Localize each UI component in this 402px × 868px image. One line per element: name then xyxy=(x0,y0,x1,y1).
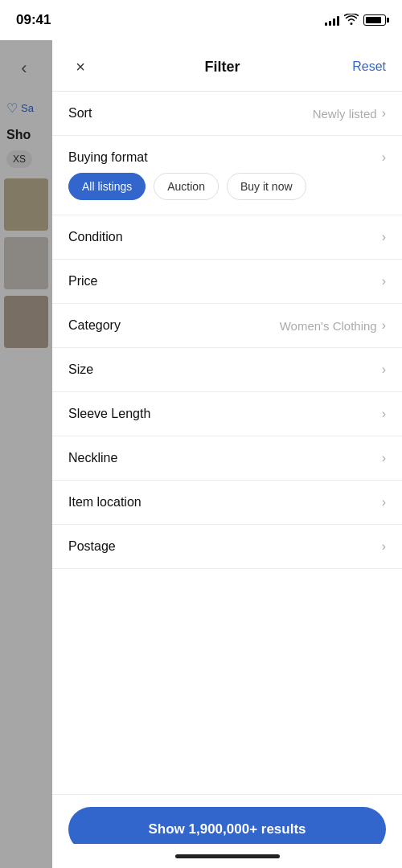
chip-row: All listings Auction Buy it now xyxy=(52,173,402,215)
size-row[interactable]: Size › xyxy=(52,348,402,392)
category-chevron-icon: › xyxy=(382,318,386,333)
category-value: Women's Clothing xyxy=(280,319,377,333)
home-bar xyxy=(175,854,280,858)
chip-auction[interactable]: Auction xyxy=(154,173,219,200)
signal-icon xyxy=(325,14,339,26)
buying-format-label: Buying format xyxy=(68,150,148,165)
item-location-chevron-icon: › xyxy=(382,495,386,510)
postage-chevron-icon: › xyxy=(382,539,386,554)
sleeve-length-label: Sleeve Length xyxy=(68,407,150,421)
status-icons xyxy=(325,14,386,27)
buying-format-section: Buying format › All listings Auction Buy… xyxy=(52,136,402,215)
filter-header: × Filter Reset xyxy=(52,40,402,92)
condition-chevron-icon: › xyxy=(382,230,386,244)
condition-label: Condition xyxy=(68,230,123,244)
filter-panel: × Filter Reset Sort Newly listed › Buyin… xyxy=(52,40,402,868)
chip-all-listings[interactable]: All listings xyxy=(68,173,146,200)
category-label: Category xyxy=(68,318,121,333)
sort-value-area: Newly listed › xyxy=(313,106,386,121)
item-location-row[interactable]: Item location › xyxy=(52,481,402,525)
category-row[interactable]: Category Women's Clothing › xyxy=(52,304,402,348)
price-label: Price xyxy=(68,274,97,289)
home-indicator xyxy=(52,844,402,868)
neckline-row[interactable]: Neckline › xyxy=(52,436,402,481)
neckline-chevron-icon: › xyxy=(382,451,386,465)
chip-buy-it-now[interactable]: Buy it now xyxy=(227,173,306,200)
sort-chevron-icon: › xyxy=(382,106,386,121)
sort-value: Newly listed xyxy=(313,107,377,121)
sort-label: Sort xyxy=(68,106,92,121)
wifi-icon xyxy=(344,14,359,27)
price-row[interactable]: Price › xyxy=(52,260,402,304)
filter-title: Filter xyxy=(205,59,240,76)
condition-row[interactable]: Condition › xyxy=(52,215,402,260)
status-time: 09:41 xyxy=(16,12,51,28)
postage-row[interactable]: Postage › xyxy=(52,525,402,569)
dim-overlay xyxy=(0,40,52,868)
buying-format-chevron-icon: › xyxy=(382,150,386,165)
close-button[interactable]: × xyxy=(68,55,92,79)
sort-row[interactable]: Sort Newly listed › xyxy=(52,92,402,136)
neckline-label: Neckline xyxy=(68,451,117,465)
sleeve-length-chevron-icon: › xyxy=(382,407,386,421)
price-chevron-icon: › xyxy=(382,274,386,289)
sleeve-length-row[interactable]: Sleeve Length › xyxy=(52,392,402,436)
reset-button[interactable]: Reset xyxy=(352,59,386,74)
buying-format-row[interactable]: Buying format › xyxy=(52,136,402,173)
item-location-label: Item location xyxy=(68,495,142,510)
size-label: Size xyxy=(68,362,93,377)
size-chevron-icon: › xyxy=(382,362,386,377)
postage-label: Postage xyxy=(68,539,116,554)
battery-icon xyxy=(363,14,386,26)
status-bar: 09:41 xyxy=(0,0,402,40)
